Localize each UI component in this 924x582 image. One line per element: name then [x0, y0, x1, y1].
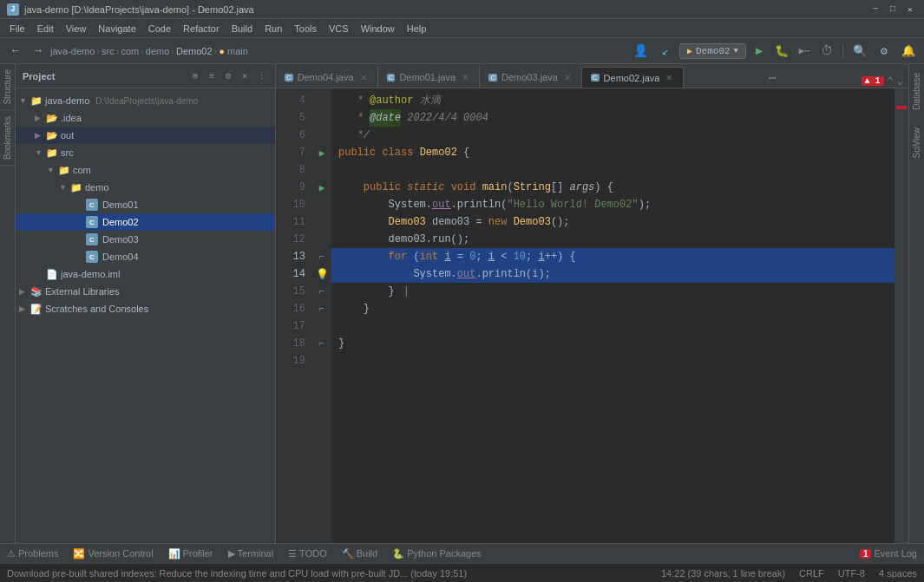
breadcrumb-com[interactable]: com	[121, 46, 139, 56]
breadcrumb-project[interactable]: java-demo	[50, 46, 95, 56]
tree-item-demo04[interactable]: ▶ C Demo04	[16, 248, 275, 265]
code-span: args	[570, 179, 595, 196]
tree-item-demo03[interactable]: ▶ C Demo03	[16, 231, 275, 248]
menu-tools[interactable]: Tools	[288, 22, 323, 36]
tab-more-button[interactable]: ⋯	[760, 67, 784, 88]
code-content[interactable]: * @author 水滴 * @date 2022/4/4 0004 */ pu…	[331, 88, 895, 543]
code-line-8	[331, 161, 895, 179]
tab-demo04[interactable]: C Demo04.java ✕	[276, 67, 378, 88]
profile-button[interactable]: ⏱	[817, 42, 836, 61]
menu-run[interactable]: Run	[259, 22, 288, 36]
menu-build[interactable]: Build	[226, 22, 259, 36]
expand-all-button[interactable]: ⊕	[188, 69, 202, 83]
minimize-button[interactable]: ─	[868, 3, 882, 16]
panel-settings-button[interactable]: ⚙	[221, 69, 235, 83]
search-button[interactable]: 🔍	[849, 41, 870, 62]
indent[interactable]: 4 spaces	[879, 568, 917, 579]
database-tab[interactable]: Database	[909, 64, 924, 119]
menu-refactor[interactable]: Refactor	[177, 22, 226, 36]
toolbar-forward-button[interactable]: →	[28, 41, 49, 62]
gutter-13-fold[interactable]: ⌐	[312, 248, 331, 265]
notifications-button[interactable]: 🔔	[898, 41, 919, 62]
tree-item-scratches[interactable]: ▶ 📝 Scratches and Consoles	[16, 300, 275, 317]
tree-item-demo02[interactable]: ▶ C Demo02	[16, 213, 275, 231]
gutter-9-run[interactable]: ▶	[312, 179, 331, 196]
tab-close[interactable]: ✕	[358, 72, 369, 82]
code-span: }	[338, 283, 395, 300]
close-button[interactable]: ✕	[903, 3, 917, 16]
python-packages-tab[interactable]: 🐍 Python Packages	[385, 544, 488, 563]
sciview-tab[interactable]: SciView	[909, 119, 924, 167]
gutter-18-fold[interactable]: ⌐	[312, 335, 331, 352]
run-config-selector[interactable]: ▶ Demo02 ▼	[679, 43, 746, 59]
expand-icon[interactable]: ⌃	[888, 75, 894, 88]
tree-item-demo[interactable]: ▼ 📁 demo	[16, 179, 275, 196]
cursor-position[interactable]: 14:22 (39 chars, 1 line break)	[661, 568, 785, 579]
bookmarks-tab[interactable]: Bookmarks	[0, 111, 15, 166]
debug-button[interactable]: 🐛	[772, 42, 791, 61]
tree-label: Scratches and Consoles	[45, 304, 148, 314]
menu-vcs[interactable]: VCS	[323, 22, 355, 36]
settings-button[interactable]: ⚙	[874, 41, 895, 62]
panel-more-button[interactable]: ⋮	[254, 69, 268, 83]
collapse-icon[interactable]: ⌄	[897, 75, 903, 88]
profiler-icon: 📊	[168, 548, 180, 559]
tree-item-idea[interactable]: ▶ 📂 .idea	[16, 109, 275, 127]
user-icon[interactable]: 👤	[631, 41, 652, 62]
coverage-button[interactable]: ▶⋯	[795, 42, 814, 61]
run-button[interactable]: ▶	[750, 42, 769, 61]
tree-item-demo01[interactable]: ▶ C Demo01	[16, 196, 275, 213]
tab-demo03[interactable]: C Demo03.java ✕	[480, 67, 582, 88]
terminal-tab[interactable]: ▶ Terminal	[221, 544, 281, 563]
breadcrumb-main[interactable]: ● main	[219, 46, 248, 56]
vcs-update-button[interactable]: ↙	[655, 41, 676, 62]
gutter-14-bp[interactable]: 💡	[312, 265, 331, 283]
line-ending[interactable]: CRLF	[799, 568, 824, 579]
encoding[interactable]: UTF-8	[838, 568, 865, 579]
title-bar-controls[interactable]: ─ □ ✕	[868, 3, 917, 16]
menu-navigate[interactable]: Navigate	[92, 22, 141, 36]
code-line-17	[331, 317, 895, 335]
line-num-15: 15	[276, 283, 312, 300]
tab-close[interactable]: ✕	[460, 72, 470, 82]
tree-item-iml[interactable]: ▶ 📄 java-demo.iml	[16, 265, 275, 283]
structure-tab[interactable]: Structure	[0, 64, 15, 111]
maximize-button[interactable]: □	[886, 3, 900, 16]
breadcrumb-src[interactable]: src	[102, 46, 115, 56]
build-tab[interactable]: 🔨 Build	[335, 544, 384, 563]
tab-demo01[interactable]: C Demo01.java ✕	[378, 67, 481, 88]
event-log-tab[interactable]: 1 Event Log	[853, 544, 924, 563]
panel-close-button[interactable]: ✕	[238, 69, 252, 83]
java-icon: C	[86, 233, 98, 245]
menu-window[interactable]: Window	[355, 22, 401, 36]
code-span: ) {	[594, 179, 613, 196]
version-control-tab[interactable]: 🔀 Version Control	[66, 544, 160, 563]
tab-close[interactable]: ✕	[664, 73, 674, 83]
menu-help[interactable]: Help	[401, 22, 433, 36]
tree-label: Demo01	[102, 199, 139, 210]
collapse-all-button[interactable]: ≡	[205, 69, 219, 83]
todo-tab[interactable]: ☰ TODO	[281, 544, 334, 563]
toolbar-back-button[interactable]: ←	[5, 41, 26, 62]
menu-edit[interactable]: Edit	[31, 22, 60, 36]
gutter-7-run[interactable]: ▶	[312, 144, 331, 161]
error-marker	[896, 106, 907, 109]
gutter-4	[312, 92, 331, 109]
tab-demo02[interactable]: C Demo02.java ✕	[582, 67, 685, 88]
profiler-tab[interactable]: 📊 Profiler	[161, 544, 220, 563]
tab-close[interactable]: ✕	[562, 72, 573, 82]
gutter-16-fold[interactable]: ⌐	[312, 300, 331, 317]
tree-item-src[interactable]: ▼ 📁 src	[16, 144, 275, 161]
gutter-15-fold[interactable]: ⌐	[312, 283, 331, 300]
breadcrumb-demo02[interactable]: Demo02	[176, 46, 213, 56]
problems-tab[interactable]: ⚠ Problems	[0, 544, 65, 563]
menu-file[interactable]: File	[3, 22, 31, 36]
tree-item-out[interactable]: ▶ 📂 out	[16, 127, 275, 144]
tree-item-root[interactable]: ▼ 📁 java-demo D:\IdeaProjects\java-demo	[16, 92, 275, 109]
tree-item-extlibs[interactable]: ▶ 📚 External Libraries	[16, 283, 275, 300]
right-gutter[interactable]	[895, 88, 908, 543]
menu-view[interactable]: View	[60, 22, 93, 36]
menu-code[interactable]: Code	[142, 22, 177, 36]
tree-item-com[interactable]: ▼ 📁 com	[16, 161, 275, 179]
breadcrumb-demo[interactable]: demo	[146, 46, 170, 56]
